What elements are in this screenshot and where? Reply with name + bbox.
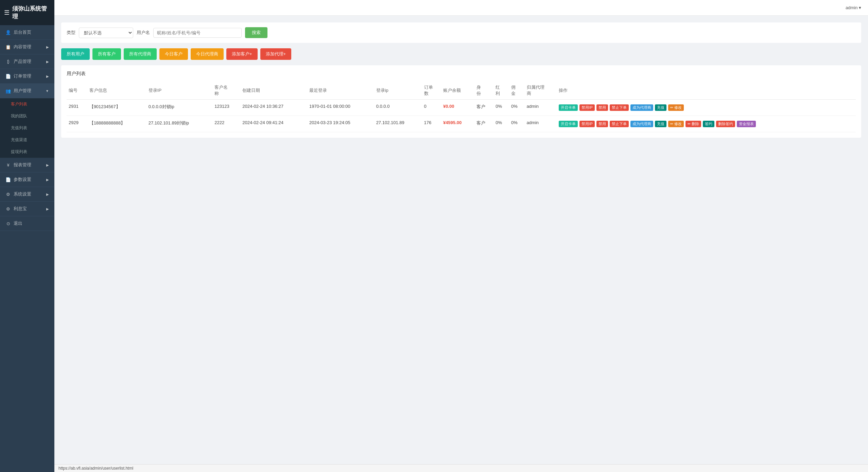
op-tag[interactable]: 禁止下单 — [610, 121, 629, 127]
cell-customer-info: 【901234567】 — [87, 100, 146, 116]
op-tag[interactable]: 禁止下单 — [610, 104, 629, 111]
cell-identity: 客户 — [474, 100, 493, 116]
cell-id: 2931 — [67, 100, 87, 116]
op-tag[interactable]: 充值 — [655, 121, 666, 127]
sidebar-item-lixi[interactable]: ⚙ 利息宝 ▶ — [0, 202, 54, 216]
user-submenu: 客户列表 我的团队 充值列表 充值渠道 提现列表 — [0, 98, 54, 158]
table-title: 用户列表 — [67, 71, 856, 77]
arrow-icon: ▶ — [46, 45, 49, 49]
op-tag[interactable]: 成为代理商 — [630, 121, 653, 127]
user-icon: 👥 — [5, 88, 11, 94]
table-row: 2931 【901234567】 0.0.0.0封锁ip 123123 2024… — [67, 100, 856, 116]
arrow-icon-lixi: ▶ — [46, 207, 49, 211]
title-prefix: 须弥山 — [12, 5, 30, 12]
sidebar-item-dashboard[interactable]: 👤 后台首页 — [0, 25, 54, 40]
cell-balance: ¥0.00 — [441, 100, 474, 116]
arrow-icon-system: ▶ — [46, 192, 49, 196]
op-tag[interactable]: ✏ 修改 — [668, 121, 684, 127]
col-id: 编号 — [67, 82, 87, 100]
cell-login-ip2: 0.0.0.0 — [374, 100, 422, 116]
search-button[interactable]: 搜索 — [245, 27, 267, 38]
order-icon: 📄 — [5, 74, 11, 79]
action-buttons: 所有用户 所有客户 所有代理商 今日客户 今日代理商 添加客户+ 添加代理+ — [61, 48, 861, 60]
col-login-ip: 登录IP — [146, 82, 213, 100]
add-agent-button[interactable]: 添加代理+ — [260, 48, 292, 60]
admin-label[interactable]: admin ▾ — [846, 5, 861, 10]
col-ops: 操作 — [557, 82, 856, 100]
op-tag[interactable]: 删除签约 — [716, 121, 735, 127]
sidebar-label-product: 产品管理 — [14, 58, 31, 65]
cell-login-ip: 0.0.0.0封锁ip — [146, 100, 213, 116]
cell-customer-name: 2222 — [212, 116, 240, 132]
op-tag[interactable]: 禁用IP — [579, 104, 594, 111]
cell-ops: 开启卡单禁用IP禁用禁止下单成为代理商充值✏ 修改✏ 删除签约删除签约资金报表 — [557, 116, 856, 132]
col-red-profit: 红利 — [493, 82, 509, 100]
sidebar-item-user[interactable]: 👥 用户管理 ▼ — [0, 84, 54, 98]
statusbar-url: https://ab.vfl.asia/admin/user/userlist.… — [58, 466, 133, 471]
col-commission: 佣金 — [509, 82, 525, 100]
logout-icon: ⊙ — [5, 221, 11, 226]
sidebar-sub-recharge-channel[interactable]: 充值渠道 — [0, 134, 54, 146]
col-last-login: 最近登录 — [307, 82, 374, 100]
sidebar-item-order[interactable]: 📄 订单管理 ▶ — [0, 69, 54, 84]
sidebar-sub-recharge-list[interactable]: 充值列表 — [0, 122, 54, 134]
filter-bar: 类型 默认不选 用户名 搜索 — [61, 22, 861, 43]
arrow-icon-user: ▼ — [46, 89, 49, 93]
cell-balance: ¥4595.00 — [441, 116, 474, 132]
arrow-icon-order: ▶ — [46, 74, 49, 78]
today-customers-button[interactable]: 今日客户 — [159, 48, 188, 60]
op-tag[interactable]: 资金报表 — [737, 121, 756, 127]
col-agent: 归属代理商 — [525, 82, 557, 100]
params-icon: 📄 — [5, 177, 11, 182]
op-tag[interactable]: 禁用 — [596, 121, 608, 127]
sidebar-item-params[interactable]: 📄 参数设置 ▶ — [0, 172, 54, 187]
op-tag[interactable]: 禁用 — [596, 104, 608, 111]
today-agents-button[interactable]: 今日代理商 — [191, 48, 224, 60]
sidebar-item-content[interactable]: 📋 内容管理 ▶ — [0, 40, 54, 54]
sidebar-item-logout[interactable]: ⊙ 退出 — [0, 216, 54, 231]
op-tag[interactable]: 开启卡单 — [559, 121, 578, 127]
op-tag[interactable]: 签约 — [703, 121, 714, 127]
sidebar-label-content: 内容管理 — [14, 44, 31, 50]
cell-last-login: 2024-03-23 19:24:05 — [307, 116, 374, 132]
col-customer-name: 客户名称 — [212, 82, 240, 100]
add-customer-button[interactable]: 添加客户+ — [226, 48, 258, 60]
all-users-button[interactable]: 所有用户 — [61, 48, 90, 60]
system-icon: ⚙ — [5, 192, 11, 197]
cell-created-date: 2024-02-24 09:41:24 — [240, 116, 307, 132]
sidebar-label-lixi: 利息宝 — [14, 206, 27, 212]
cell-created-date: 2024-02-24 10:36:27 — [240, 100, 307, 116]
sidebar-item-product[interactable]: ₿ 产品管理 ▶ — [0, 54, 54, 69]
sidebar-label-params: 参数设置 — [14, 176, 31, 183]
ops-wrap: 开启卡单禁用IP禁用禁止下单成为代理商充值✏ 修改 — [559, 104, 854, 112]
cell-id: 2929 — [67, 116, 87, 132]
op-tag[interactable]: ✏ 删除 — [685, 121, 701, 127]
op-tag[interactable]: 成为代理商 — [630, 104, 653, 111]
sidebar-item-report[interactable]: ¥ 报表管理 ▶ — [0, 158, 54, 172]
all-customers-button[interactable]: 所有客户 — [92, 48, 121, 60]
cell-customer-info: 【18888888888】 — [87, 116, 146, 132]
hamburger-icon[interactable]: ☰ — [4, 9, 10, 16]
sidebar-sub-withdraw-list[interactable]: 提现列表 — [0, 146, 54, 158]
username-input[interactable] — [153, 28, 242, 38]
username-label: 用户名 — [137, 30, 150, 36]
all-agents-button[interactable]: 所有代理商 — [124, 48, 157, 60]
sidebar-item-system[interactable]: ⚙ 系统设置 ▶ — [0, 187, 54, 202]
op-tag[interactable]: 开启卡单 — [559, 104, 578, 111]
type-label: 类型 — [67, 30, 75, 36]
type-select[interactable]: 默认不选 — [79, 28, 133, 38]
sidebar-sub-customer-list[interactable]: 客户列表 — [0, 98, 54, 110]
ops-wrap: 开启卡单禁用IP禁用禁止下单成为代理商充值✏ 修改✏ 删除签约删除签约资金报表 — [559, 120, 854, 128]
lixi-icon: ⚙ — [5, 206, 11, 212]
report-icon: ¥ — [5, 163, 11, 168]
op-tag[interactable]: 禁用IP — [579, 121, 594, 127]
sidebar-label-dashboard: 后台首页 — [14, 29, 31, 35]
sidebar-sub-my-team[interactable]: 我的团队 — [0, 110, 54, 122]
cell-commission: 0% — [509, 116, 525, 132]
op-tag[interactable]: 充值 — [655, 104, 666, 111]
arrow-icon-product: ▶ — [46, 60, 49, 64]
statusbar: https://ab.vfl.asia/admin/user/userlist.… — [54, 464, 868, 472]
cell-commission: 0% — [509, 100, 525, 116]
op-tag[interactable]: ✏ 修改 — [668, 104, 684, 111]
cell-red-profit: 0% — [493, 116, 509, 132]
